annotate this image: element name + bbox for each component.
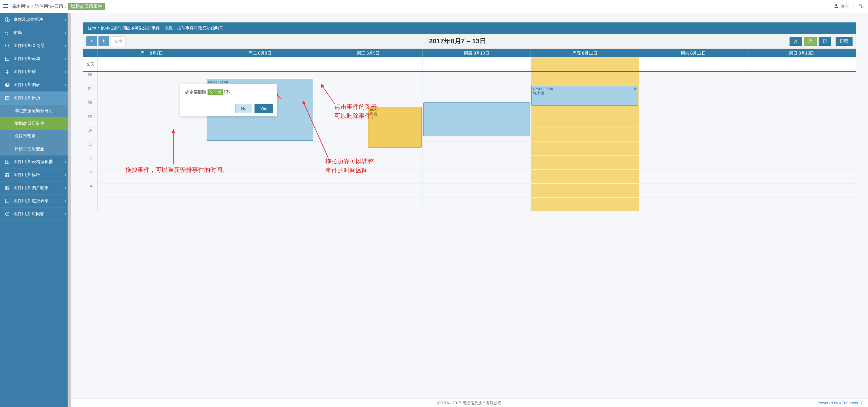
- sidebar-subitem[interactable]: 增删改日历事件: [0, 117, 71, 130]
- sidebar-item-label: 组件用法-树: [13, 69, 36, 74]
- view-week-button[interactable]: 周: [804, 37, 817, 46]
- allday-cell[interactable]: [98, 57, 206, 71]
- timeline-icon: [4, 212, 10, 216]
- day-column[interactable]: [423, 72, 531, 211]
- day-column[interactable]: [639, 72, 748, 211]
- chevron-left-icon: ‹: [65, 44, 66, 48]
- dialog-text-suffix: 吗?: [224, 90, 230, 95]
- sidebar-item-label: 组件用法-图表: [13, 82, 40, 88]
- breadcrumb-item[interactable]: 基本用法: [11, 4, 30, 9]
- calendar-event[interactable]: 08:30周会: [368, 107, 422, 148]
- dialog-yes-button[interactable]: Yes: [254, 104, 273, 113]
- day-header: 周一 8月7日: [98, 49, 206, 57]
- day-column[interactable]: 07:00 - 08:30吃个饭✕=: [531, 72, 639, 211]
- sidebar-item[interactable]: 组件用法-表格编辑器‹: [0, 155, 71, 168]
- sidebar-item[interactable]: 组件用法-图片轮播‹: [0, 182, 71, 194]
- allday-cell[interactable]: [314, 57, 423, 71]
- sidebar-item[interactable]: 组件用法-表单‹: [0, 53, 71, 65]
- sidebar-item[interactable]: 事件及动作用法‹: [0, 13, 71, 26]
- user-name: 张三: [840, 4, 849, 9]
- sidebar-item[interactable]: 组件用法-超级表单‹: [0, 194, 71, 208]
- sidebar-item[interactable]: 组件用法-查询器‹: [0, 39, 71, 53]
- user-menu[interactable]: 张三: [834, 4, 849, 9]
- chevron-left-icon: ‹: [65, 83, 66, 87]
- grid-line: [98, 155, 206, 156]
- grid-line: [206, 183, 314, 184]
- allday-cell[interactable]: [747, 57, 856, 71]
- sidebar-item[interactable]: 布局‹: [0, 26, 71, 39]
- grid-line: [639, 169, 747, 170]
- sidebar-item[interactable]: 组件用法-日历⌄: [0, 92, 71, 104]
- day-column[interactable]: [747, 72, 856, 211]
- grid-line: [639, 142, 747, 142]
- sidebar-subitem[interactable]: 绑定数据渲染至日历: [0, 104, 71, 117]
- grid-line: [639, 155, 747, 156]
- grid-line: [639, 114, 747, 114]
- prev-button[interactable]: [86, 36, 97, 46]
- form-icon: [4, 56, 10, 61]
- grid-line: [98, 128, 206, 128]
- next-button[interactable]: [98, 36, 110, 46]
- sidebar-item[interactable]: 组件用法-树‹: [0, 65, 71, 79]
- chevron-left-icon: ‹: [65, 70, 66, 74]
- sidebar: 事件及动作用法‹布局‹组件用法-查询器‹组件用法-表单‹组件用法-树‹组件用法-…: [0, 13, 71, 407]
- dialog-no-button[interactable]: No: [235, 104, 252, 113]
- sidebar-item[interactable]: 组件用法-图表‹: [0, 79, 71, 92]
- grid-line: [314, 100, 422, 100]
- grid-line: [206, 142, 314, 142]
- svg-rect-11: [5, 57, 9, 61]
- confirm-dialog: 确定要删除 吃个饭 吗? No Yes: [180, 84, 277, 116]
- day-column[interactable]: 08:30周会: [314, 72, 423, 211]
- svg-rect-0: [3, 4, 8, 5]
- settings-icon[interactable]: [858, 2, 865, 10]
- view-agenda-button[interactable]: 日程: [836, 37, 852, 46]
- view-month-button[interactable]: 月: [789, 37, 802, 46]
- allday-cell[interactable]: [639, 57, 748, 71]
- header-corner: [83, 49, 98, 57]
- grid-line: [423, 142, 531, 142]
- allday-cell[interactable]: [531, 57, 639, 71]
- grid-line: [747, 183, 856, 184]
- tree-icon: [4, 69, 10, 74]
- sidebar-item[interactable]: 组件用法-模板‹: [0, 168, 71, 182]
- chevron-left-icon: ‹: [65, 173, 66, 177]
- calendar-grid[interactable]: 060708091011121314 06:30 - 11:00GO!08:30…: [83, 72, 856, 211]
- day-header: 周日 8月13日: [747, 49, 856, 57]
- grid-line: [639, 183, 747, 184]
- event-resize-handle[interactable]: =: [584, 102, 586, 105]
- chevron-left-icon: ‹: [65, 160, 66, 164]
- calendar-event[interactable]: [423, 102, 530, 136]
- search-icon: [4, 43, 10, 48]
- grid-line: [531, 114, 639, 114]
- grid-line: [531, 183, 639, 184]
- today-button[interactable]: 今天: [111, 36, 126, 46]
- view-day-button[interactable]: 日: [818, 37, 831, 46]
- grid-line: [747, 142, 856, 142]
- sidebar-item[interactable]: 组件用法-时间轴‹: [0, 208, 71, 221]
- move-icon: [4, 30, 10, 35]
- time-slot-label: 08: [83, 100, 97, 114]
- day-header: 周六 8月12日: [639, 49, 748, 57]
- sidebar-subitem[interactable]: 日历可使用变量: [0, 143, 71, 155]
- event-close-icon[interactable]: ✕: [634, 87, 637, 91]
- svg-point-9: [5, 44, 8, 47]
- grid-line: [531, 128, 639, 128]
- time-slot-label: 13: [83, 169, 97, 183]
- sidebar-subitem[interactable]: 会议室预定: [0, 130, 71, 143]
- grid-line: [98, 169, 206, 170]
- allday-cell[interactable]: [423, 57, 531, 71]
- grid-line: [98, 142, 206, 142]
- breadcrumb-item[interactable]: 组件用法-日历: [35, 4, 63, 9]
- allday-cell[interactable]: [206, 57, 314, 71]
- svg-rect-21: [5, 173, 9, 174]
- day-header: 周二 8月8日: [206, 49, 314, 57]
- grid-line: [747, 169, 856, 170]
- info-icon: [4, 17, 10, 22]
- svg-rect-2: [3, 7, 8, 8]
- chevron-left-icon: ‹: [65, 57, 66, 61]
- calendar-event[interactable]: 07:00 - 08:30吃个饭✕=: [531, 86, 638, 106]
- hint-bar: 提示：鼠标框选时间区域可以添加事件，拖拽，拉伸事件可改变起始时间: [83, 23, 856, 34]
- menu-toggle-icon[interactable]: [3, 3, 8, 10]
- dialog-highlight: 吃个饭: [208, 89, 223, 95]
- sidebar-item-label: 组件用法-图片轮播: [13, 185, 49, 191]
